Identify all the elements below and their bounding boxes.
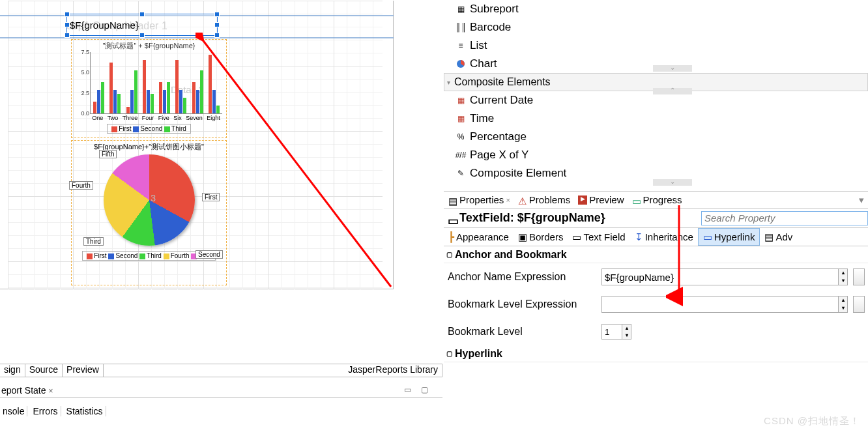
ptab-advanced[interactable]: ▤Adv [760, 228, 797, 246]
selected-textfield[interactable]: $F{groupName} [66, 14, 218, 36]
resize-handle[interactable] [214, 22, 220, 27]
palette-item-subreport[interactable]: ▦Subreport [444, 0, 868, 18]
tab-design[interactable]: sign [0, 364, 25, 377]
palette-item-percentage[interactable]: %Percentage [444, 128, 868, 146]
anchor-name-input[interactable] [601, 268, 839, 285]
ptab-textfield[interactable]: ▭Text Field [568, 228, 629, 246]
palette-item-pagexy[interactable]: #/#Page X of Y [444, 146, 868, 164]
calendar-icon: ▦ [456, 114, 466, 123]
watermark: CSDN @扫地情圣！ [764, 415, 860, 427]
expression-editor-button[interactable] [853, 296, 865, 313]
ptab-inheritance[interactable]: ↧Inheritance [630, 228, 698, 246]
section-anchor-bookmark[interactable]: ▢Anchor and Bookmark [444, 246, 868, 263]
ptab-hyperlink[interactable]: ▭Hyperlink [698, 228, 760, 246]
tab-statistics[interactable]: Statistics [64, 406, 106, 416]
band-separator [0, 37, 394, 38]
anchor-name-label: Anchor Name Expression [448, 271, 601, 283]
pie-slice-label: Third [83, 237, 104, 246]
textfield-icon: ▭ [448, 214, 457, 223]
resize-handle[interactable] [214, 12, 220, 17]
spinner[interactable]: ▴▾ [839, 268, 848, 285]
properties-panel: ▤Properties × ⚠Problems ▶Preview ▭Progre… [444, 191, 868, 362]
close-icon[interactable]: × [49, 386, 53, 396]
report-state-tab[interactable]: eport State× [0, 385, 442, 398]
page-icon: #/# [456, 151, 466, 160]
spinner[interactable]: ▴▾ [839, 296, 848, 313]
pie-slice-label: Fifth [99, 150, 117, 158]
bar-chart-element[interactable]: "测试标题" + $F{groupName} 7.55.02.50.0 OneT… [71, 39, 227, 138]
search-property-input[interactable] [701, 211, 868, 225]
bar-groups [91, 52, 222, 113]
design-canvas[interactable]: oup1 Group Header 1 Detail 2 $F{groupNam… [0, 1, 394, 289]
bookmark-expr-input[interactable] [601, 296, 839, 313]
palette-item-time[interactable]: ▦Time [444, 109, 868, 128]
tab-preview[interactable]: ▶Preview [575, 192, 627, 208]
ptab-borders[interactable]: ▣Borders [514, 228, 568, 246]
resize-handle[interactable] [65, 33, 70, 38]
spinner[interactable]: ▴▾ [622, 324, 631, 340]
expression-editor-button[interactable] [853, 268, 865, 285]
palette-panel: ▦Subreport ║║Barcode ≡List Chart ⌄ ▾Comp… [444, 0, 868, 182]
properties-title: TextField: $F{groupName} [459, 211, 605, 225]
tab-console[interactable]: nsole [0, 406, 27, 416]
resize-handle[interactable] [65, 22, 70, 27]
pie-slice-label: Second [195, 250, 223, 259]
section-hyperlink[interactable]: ▢Hyperlink [444, 345, 868, 362]
list-icon: ≡ [456, 41, 466, 50]
pie-slice-label: First [202, 193, 220, 201]
property-category-tabs: ┣Appearance ▣Borders ▭Text Field ↧Inheri… [444, 228, 868, 246]
bookmark-expr-label: Bookmark Level Expression [448, 298, 601, 310]
bar-legend: First Second Third [107, 124, 191, 134]
x-axis-categories: OneTwoThreeFourFiveSixSevenEight [90, 115, 222, 121]
pie-center-label: 3 [151, 193, 156, 203]
chevron-down-icon[interactable]: ⌄ [653, 179, 692, 186]
pie-chart-element[interactable]: $F{groupName}+"测试饼图小标题" 3 First Second T… [71, 140, 227, 285]
resize-handle[interactable] [139, 33, 145, 38]
view-menu-icon[interactable]: ▾ [859, 194, 868, 206]
editor-mode-tabs: sign Source Preview JasperReports Librar… [0, 364, 442, 377]
pie-slice-label: Fourth [69, 181, 93, 190]
bookmark-level-label: Bookmark Level [448, 326, 601, 338]
chart-icon [456, 59, 466, 68]
problems-icon: ⚠ [518, 195, 527, 205]
properties-icon: ▤ [448, 195, 457, 205]
close-icon[interactable]: × [506, 196, 510, 204]
palette-item-barcode[interactable]: ║║Barcode [444, 18, 868, 36]
library-label: JasperReports Library [348, 364, 442, 377]
preview-icon: ▶ [578, 195, 587, 205]
chevron-up-icon[interactable]: ⌃ [653, 88, 692, 94]
tab-properties[interactable]: ▤Properties × [445, 192, 514, 208]
subreport-icon: ▦ [456, 5, 466, 14]
y-axis-ticks: 7.55.02.50.0 [74, 49, 89, 117]
report-state-subtabs: nsole Errors Statistics [0, 406, 106, 416]
pie-graphic: 3 [104, 154, 195, 246]
resize-handle[interactable] [65, 12, 70, 17]
view-toolbar-icons[interactable]: ▭ ▢ [404, 385, 432, 394]
tab-problems[interactable]: ⚠Problems [515, 192, 573, 208]
tab-progress[interactable]: ▭Progress [629, 192, 686, 208]
ptab-appearance[interactable]: ┣Appearance [444, 228, 514, 246]
tab-source[interactable]: Source [25, 364, 63, 377]
tab-preview[interactable]: Preview [63, 364, 104, 377]
resize-handle[interactable] [139, 12, 145, 17]
progress-icon: ▭ [632, 195, 641, 205]
palette-item-list[interactable]: ≡List [444, 36, 868, 55]
pie-chart-title: $F{groupName}+"测试饼图小标题" [73, 142, 225, 152]
barcode-icon: ║║ [456, 23, 466, 32]
tab-errors[interactable]: Errors [30, 406, 61, 416]
calendar-icon: ▦ [456, 96, 466, 105]
textfield-expression: $F{groupName} [70, 20, 139, 31]
chevron-down-icon[interactable]: ⌄ [653, 65, 692, 72]
pen-icon: ✎ [456, 169, 466, 178]
percent-icon: % [456, 132, 466, 141]
view-tabs: ▤Properties × ⚠Problems ▶Preview ▭Progre… [444, 192, 868, 209]
bookmark-level-input[interactable] [601, 324, 622, 340]
bar-chart-title: "测试标题" + $F{groupName} [73, 41, 225, 51]
resize-handle[interactable] [214, 33, 220, 38]
